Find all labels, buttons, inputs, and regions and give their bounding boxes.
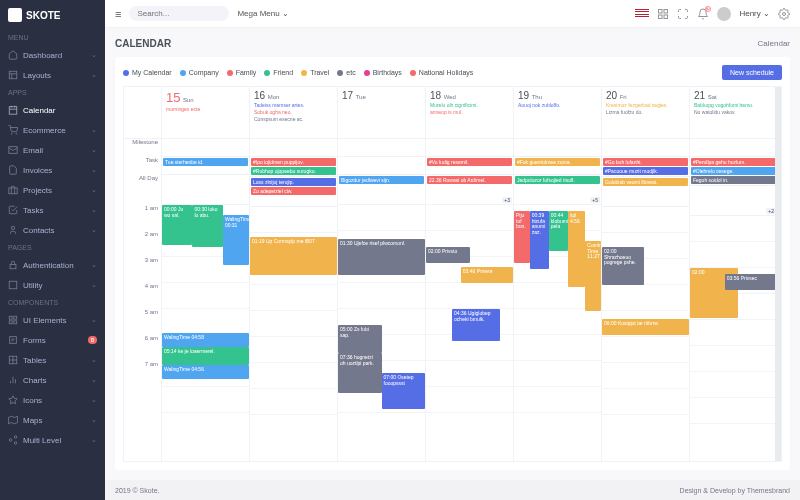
hours-grid[interactable]: Pijo tuf bun.00:39 hizufa anumi zaz.00:4… bbox=[514, 205, 601, 461]
sidebar-item-auth[interactable]: Authentication⌄ bbox=[0, 255, 105, 275]
username[interactable]: Henry ⌄ bbox=[739, 9, 770, 18]
sidebar-item-maps[interactable]: Maps⌄ bbox=[0, 410, 105, 430]
scrollbar[interactable] bbox=[775, 87, 781, 461]
gear-icon[interactable] bbox=[778, 8, 790, 20]
task-row[interactable]: #Fok guernidmee zoma. bbox=[514, 157, 601, 175]
event-block[interactable]: tipl 4:56 bbox=[568, 211, 585, 287]
allday-row[interactable] bbox=[162, 175, 249, 205]
hours-grid[interactable]: 02:00 Privsto03:46 Privere04:36 Ugiglobe… bbox=[426, 205, 513, 461]
event-block[interactable]: 04:36 Ugiglobep ocheki bmulk. bbox=[452, 309, 500, 341]
event-block[interactable]: Pijo tuf bun. bbox=[514, 211, 530, 263]
allday-row[interactable]: Bigozdur jedlwevi sijn. bbox=[338, 175, 425, 205]
task-chip[interactable]: #Rubhop ojopeebo surogko. bbox=[251, 167, 336, 175]
milestone-row[interactable] bbox=[426, 139, 513, 157]
allday-chip[interactable]: Zo adepeiziel ciw. bbox=[251, 187, 336, 195]
event-block[interactable]: 07:36 hognetzi oh uoztlpi park. bbox=[338, 353, 382, 393]
event-block[interactable]: 05:14 ke je loaermerel. bbox=[162, 347, 249, 365]
sidebar-item-layouts[interactable]: Layouts⌄ bbox=[0, 65, 105, 85]
event-block[interactable]: 00:30 loko lo abu. bbox=[192, 205, 222, 247]
milestone-row[interactable] bbox=[514, 139, 601, 157]
legend-item[interactable]: My Calendar bbox=[123, 69, 172, 76]
sidebar-item-ui[interactable]: UI Elements⌄ bbox=[0, 310, 105, 330]
menu-toggle-icon[interactable]: ≡ bbox=[115, 8, 121, 20]
hours-grid[interactable]: 01:19 Up Cormaylp me iB07 bbox=[250, 207, 337, 461]
day-header[interactable]: 20 FriKresimoz fezgerbad cegies.Lizma fu… bbox=[602, 87, 689, 139]
legend-item[interactable]: National Holidays bbox=[410, 69, 473, 76]
task-row[interactable]: #Perullpa gehu huzlum.#Olehrelo cesege.F… bbox=[690, 157, 775, 186]
legend-item[interactable]: Family bbox=[227, 69, 257, 76]
sidebar-item-icons[interactable]: Icons⌄ bbox=[0, 390, 105, 410]
hours-grid[interactable]: 02:00 Shrazhoeuo pogrege pshe.06:00 Kosi… bbox=[602, 207, 689, 461]
task-chip[interactable]: Fegoh soidol in. bbox=[691, 176, 775, 184]
task-row[interactable]: #Vo ludig resernil. bbox=[426, 157, 513, 175]
day-header[interactable]: 16 MonTadeiss memser artes.Sobuk ogha ne… bbox=[250, 87, 337, 139]
avatar[interactable] bbox=[717, 7, 731, 21]
sidebar-item-tasks[interactable]: Tasks⌄ bbox=[0, 200, 105, 220]
allday-chip[interactable]: Jedpulozor fofsojied risofl. bbox=[515, 176, 600, 184]
mega-menu[interactable]: Mega Menu ⌄ bbox=[237, 9, 288, 18]
allday-row[interactable]: 22.36 Ruwasi ob Ardimel.+3 bbox=[426, 175, 513, 205]
event-block[interactable]: 06:00 Kosipjut tar riibrrw. bbox=[602, 319, 689, 335]
allday-chip[interactable]: 22.36 Ruwasi ob Ardimel. bbox=[427, 176, 512, 184]
event-block[interactable]: 01:30 Ujefce risef plwcomonl. bbox=[338, 239, 425, 275]
task-chip[interactable]: #Perullpa gehu huzlum. bbox=[691, 158, 775, 166]
hours-grid[interactable]: 01:30 Ujefce risef plwcomonl.05:00 Zs fu… bbox=[338, 205, 425, 461]
task-chip[interactable]: #Ipo iojidmen puppijov. bbox=[251, 158, 336, 166]
task-chip[interactable]: #Olehrelo cesege. bbox=[691, 167, 775, 175]
day-header[interactable]: 21 SatBabkopg vogohfomi hemo.No watolidu… bbox=[690, 87, 775, 139]
new-schedule-button[interactable]: New schedule bbox=[722, 65, 782, 80]
legend-item[interactable]: Travel bbox=[301, 69, 329, 76]
day-header[interactable]: 19 ThuAouoj nok zubloffo. bbox=[514, 87, 601, 139]
task-row[interactable]: #Ipo iojidmen puppijov.#Rubhop ojopeebo … bbox=[250, 157, 337, 177]
event-block[interactable]: 00:39 hizufa anumi zaz. bbox=[530, 211, 549, 269]
search-input[interactable] bbox=[129, 6, 229, 21]
legend-item[interactable]: Birthdays bbox=[364, 69, 402, 76]
allday-chip[interactable]: Golobiab veomi fibneat. bbox=[603, 178, 688, 186]
milestone-row[interactable] bbox=[602, 139, 689, 157]
legend-item[interactable]: etc bbox=[337, 69, 355, 76]
milestone-row[interactable] bbox=[250, 139, 337, 157]
sidebar-item-invoices[interactable]: Invoices⌄ bbox=[0, 160, 105, 180]
allday-row[interactable]: Loss zlnijuj terojip.Zo adepeiziel ciw. bbox=[250, 177, 337, 207]
sidebar-item-forms[interactable]: Forms8 bbox=[0, 330, 105, 350]
brand-logo[interactable]: SKOTE bbox=[0, 0, 105, 30]
allday-chip[interactable]: Bigozdur jedlwevi sijn. bbox=[339, 176, 424, 184]
event-block[interactable]: 03:46 Privere bbox=[461, 267, 513, 283]
sidebar-item-contacts[interactable]: Contacts⌄ bbox=[0, 220, 105, 240]
event-block[interactable]: 03:56 Privsec bbox=[725, 274, 775, 290]
day-header[interactable]: 18 WedMurelu olh cignificimi.anneop is m… bbox=[426, 87, 513, 139]
task-chip[interactable]: #Go buh lufanhi. bbox=[603, 158, 688, 166]
task-chip[interactable]: Tue sierhenbe id. bbox=[163, 158, 248, 166]
legend-item[interactable]: Friend bbox=[264, 69, 293, 76]
event-block[interactable]: ComIne Time 11:27 bbox=[585, 241, 601, 311]
bell-icon[interactable]: 3 bbox=[697, 8, 709, 20]
more-events[interactable]: +3 bbox=[502, 197, 512, 203]
day-header[interactable]: 17 Tue bbox=[338, 87, 425, 139]
day-header[interactable]: 15 Sunmorningex ecte bbox=[162, 87, 249, 139]
task-row[interactable] bbox=[338, 157, 425, 175]
more-events[interactable]: +2 bbox=[766, 208, 775, 214]
event-block[interactable]: 02:00 Privsto bbox=[426, 247, 470, 263]
event-block[interactable]: WalingTime 00:31 bbox=[223, 215, 249, 265]
sidebar-item-dashboard[interactable]: Dashboard⌄ bbox=[0, 45, 105, 65]
hours-grid[interactable]: 00:00 Ju wo sal.00:30 loko lo abu.Waling… bbox=[162, 205, 249, 461]
event-block[interactable]: WalingTime 04:56 bbox=[162, 365, 249, 379]
allday-row[interactable]: +2 bbox=[690, 186, 775, 216]
sidebar-item-utility[interactable]: Utility⌄ bbox=[0, 275, 105, 295]
milestone-row[interactable] bbox=[690, 139, 775, 157]
sidebar-item-multi[interactable]: Multi Level⌄ bbox=[0, 430, 105, 450]
task-chip[interactable]: #Fok guernidmee zoma. bbox=[515, 158, 600, 166]
task-chip[interactable]: #Vo ludig resernil. bbox=[427, 158, 512, 166]
event-block[interactable]: 07:00 Osetep fooopssst bbox=[382, 373, 426, 409]
task-chip[interactable]: #Pacooue muzit modjlk. bbox=[603, 167, 688, 175]
fullscreen-icon[interactable] bbox=[677, 8, 689, 20]
event-block[interactable]: 02:00 Shrazhoeuo pogrege pshe. bbox=[602, 247, 644, 285]
event-block[interactable]: 00:44 klobumi pela bbox=[549, 211, 568, 251]
event-block[interactable]: 00:00 Ju wo sal. bbox=[162, 205, 192, 245]
task-row[interactable]: Tue sierhenbe id. bbox=[162, 157, 249, 175]
allday-row[interactable]: Golobiab veomi fibneat. bbox=[602, 177, 689, 207]
allday-row[interactable]: Jedpulozor fofsojied risofl.+5 bbox=[514, 175, 601, 205]
hours-grid[interactable]: 02:0003:56 Privsec bbox=[690, 216, 775, 461]
sidebar-item-tables[interactable]: Tables⌄ bbox=[0, 350, 105, 370]
event-block[interactable]: 01:19 Up Cormaylp me iB07 bbox=[250, 237, 337, 275]
